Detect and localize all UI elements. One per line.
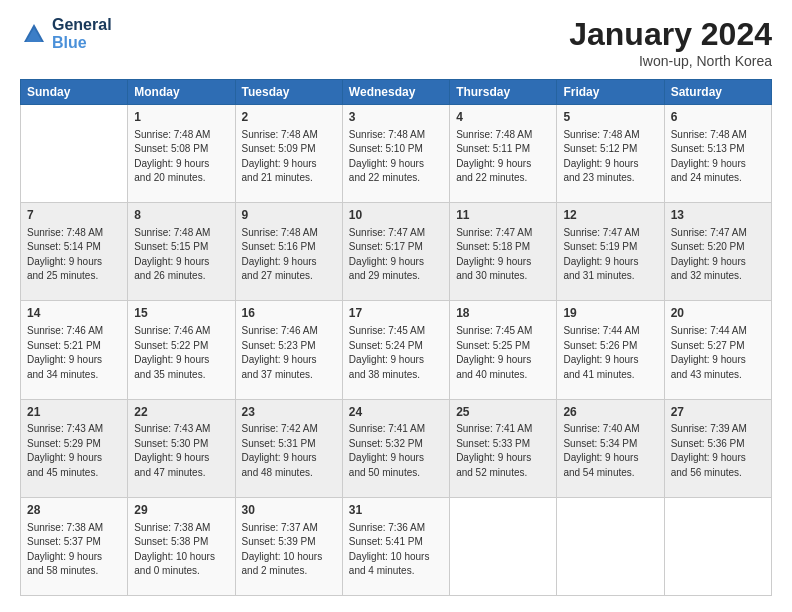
- calendar-day-cell: 12Sunrise: 7:47 AMSunset: 5:19 PMDayligh…: [557, 203, 664, 301]
- day-info: Sunrise: 7:48 AMSunset: 5:11 PMDaylight:…: [456, 128, 550, 186]
- day-number: 22: [134, 404, 228, 421]
- day-number: 27: [671, 404, 765, 421]
- day-info: Sunrise: 7:37 AMSunset: 5:39 PMDaylight:…: [242, 521, 336, 579]
- month-title: January 2024: [569, 16, 772, 53]
- calendar-day-cell: 21Sunrise: 7:43 AMSunset: 5:29 PMDayligh…: [21, 399, 128, 497]
- day-info: Sunrise: 7:47 AMSunset: 5:20 PMDaylight:…: [671, 226, 765, 284]
- day-number: 12: [563, 207, 657, 224]
- logo-icon: [20, 20, 48, 48]
- day-number: 15: [134, 305, 228, 322]
- day-number: 28: [27, 502, 121, 519]
- calendar-week-row: 14Sunrise: 7:46 AMSunset: 5:21 PMDayligh…: [21, 301, 772, 399]
- day-number: 21: [27, 404, 121, 421]
- day-info: Sunrise: 7:47 AMSunset: 5:17 PMDaylight:…: [349, 226, 443, 284]
- day-number: 16: [242, 305, 336, 322]
- day-number: 31: [349, 502, 443, 519]
- day-number: 7: [27, 207, 121, 224]
- header-monday: Monday: [128, 80, 235, 105]
- header-saturday: Saturday: [664, 80, 771, 105]
- day-number: 13: [671, 207, 765, 224]
- day-info: Sunrise: 7:45 AMSunset: 5:25 PMDaylight:…: [456, 324, 550, 382]
- day-info: Sunrise: 7:45 AMSunset: 5:24 PMDaylight:…: [349, 324, 443, 382]
- calendar-day-cell: 27Sunrise: 7:39 AMSunset: 5:36 PMDayligh…: [664, 399, 771, 497]
- calendar-day-cell: 6Sunrise: 7:48 AMSunset: 5:13 PMDaylight…: [664, 105, 771, 203]
- day-info: Sunrise: 7:38 AMSunset: 5:38 PMDaylight:…: [134, 521, 228, 579]
- header: General Blue January 2024 Iwon-up, North…: [20, 16, 772, 69]
- calendar-week-row: 1Sunrise: 7:48 AMSunset: 5:08 PMDaylight…: [21, 105, 772, 203]
- day-info: Sunrise: 7:48 AMSunset: 5:09 PMDaylight:…: [242, 128, 336, 186]
- calendar-day-cell: 30Sunrise: 7:37 AMSunset: 5:39 PMDayligh…: [235, 497, 342, 595]
- calendar-day-cell: 4Sunrise: 7:48 AMSunset: 5:11 PMDaylight…: [450, 105, 557, 203]
- day-info: Sunrise: 7:46 AMSunset: 5:23 PMDaylight:…: [242, 324, 336, 382]
- location: Iwon-up, North Korea: [569, 53, 772, 69]
- day-info: Sunrise: 7:47 AMSunset: 5:18 PMDaylight:…: [456, 226, 550, 284]
- day-number: 11: [456, 207, 550, 224]
- header-wednesday: Wednesday: [342, 80, 449, 105]
- calendar-day-cell: 28Sunrise: 7:38 AMSunset: 5:37 PMDayligh…: [21, 497, 128, 595]
- calendar-table: Sunday Monday Tuesday Wednesday Thursday…: [20, 79, 772, 596]
- calendar-day-cell: 15Sunrise: 7:46 AMSunset: 5:22 PMDayligh…: [128, 301, 235, 399]
- day-info: Sunrise: 7:47 AMSunset: 5:19 PMDaylight:…: [563, 226, 657, 284]
- header-friday: Friday: [557, 80, 664, 105]
- calendar-day-cell: 17Sunrise: 7:45 AMSunset: 5:24 PMDayligh…: [342, 301, 449, 399]
- calendar-day-cell: 7Sunrise: 7:48 AMSunset: 5:14 PMDaylight…: [21, 203, 128, 301]
- day-info: Sunrise: 7:48 AMSunset: 5:14 PMDaylight:…: [27, 226, 121, 284]
- day-number: 23: [242, 404, 336, 421]
- day-number: 8: [134, 207, 228, 224]
- day-info: Sunrise: 7:44 AMSunset: 5:26 PMDaylight:…: [563, 324, 657, 382]
- day-info: Sunrise: 7:43 AMSunset: 5:30 PMDaylight:…: [134, 422, 228, 480]
- calendar-day-cell: 26Sunrise: 7:40 AMSunset: 5:34 PMDayligh…: [557, 399, 664, 497]
- calendar-day-cell: [450, 497, 557, 595]
- day-info: Sunrise: 7:44 AMSunset: 5:27 PMDaylight:…: [671, 324, 765, 382]
- header-tuesday: Tuesday: [235, 80, 342, 105]
- day-number: 2: [242, 109, 336, 126]
- day-info: Sunrise: 7:48 AMSunset: 5:16 PMDaylight:…: [242, 226, 336, 284]
- day-number: 24: [349, 404, 443, 421]
- day-info: Sunrise: 7:46 AMSunset: 5:21 PMDaylight:…: [27, 324, 121, 382]
- title-block: January 2024 Iwon-up, North Korea: [569, 16, 772, 69]
- day-number: 18: [456, 305, 550, 322]
- calendar-day-cell: 5Sunrise: 7:48 AMSunset: 5:12 PMDaylight…: [557, 105, 664, 203]
- day-number: 4: [456, 109, 550, 126]
- calendar-week-row: 7Sunrise: 7:48 AMSunset: 5:14 PMDaylight…: [21, 203, 772, 301]
- calendar-week-row: 21Sunrise: 7:43 AMSunset: 5:29 PMDayligh…: [21, 399, 772, 497]
- day-info: Sunrise: 7:38 AMSunset: 5:37 PMDaylight:…: [27, 521, 121, 579]
- header-sunday: Sunday: [21, 80, 128, 105]
- calendar-day-cell: [664, 497, 771, 595]
- calendar-day-cell: 23Sunrise: 7:42 AMSunset: 5:31 PMDayligh…: [235, 399, 342, 497]
- day-info: Sunrise: 7:46 AMSunset: 5:22 PMDaylight:…: [134, 324, 228, 382]
- calendar-day-cell: 1Sunrise: 7:48 AMSunset: 5:08 PMDaylight…: [128, 105, 235, 203]
- day-number: 1: [134, 109, 228, 126]
- logo: General Blue: [20, 16, 112, 52]
- calendar-day-cell: 9Sunrise: 7:48 AMSunset: 5:16 PMDaylight…: [235, 203, 342, 301]
- day-info: Sunrise: 7:40 AMSunset: 5:34 PMDaylight:…: [563, 422, 657, 480]
- calendar-day-cell: 31Sunrise: 7:36 AMSunset: 5:41 PMDayligh…: [342, 497, 449, 595]
- day-info: Sunrise: 7:43 AMSunset: 5:29 PMDaylight:…: [27, 422, 121, 480]
- calendar-day-cell: [21, 105, 128, 203]
- day-info: Sunrise: 7:39 AMSunset: 5:36 PMDaylight:…: [671, 422, 765, 480]
- day-number: 5: [563, 109, 657, 126]
- logo-text: General Blue: [52, 16, 112, 52]
- calendar-day-cell: 8Sunrise: 7:48 AMSunset: 5:15 PMDaylight…: [128, 203, 235, 301]
- calendar-day-cell: 22Sunrise: 7:43 AMSunset: 5:30 PMDayligh…: [128, 399, 235, 497]
- day-number: 30: [242, 502, 336, 519]
- calendar-day-cell: 3Sunrise: 7:48 AMSunset: 5:10 PMDaylight…: [342, 105, 449, 203]
- day-number: 26: [563, 404, 657, 421]
- day-number: 17: [349, 305, 443, 322]
- calendar-day-cell: 19Sunrise: 7:44 AMSunset: 5:26 PMDayligh…: [557, 301, 664, 399]
- calendar-day-cell: 20Sunrise: 7:44 AMSunset: 5:27 PMDayligh…: [664, 301, 771, 399]
- calendar-day-cell: 10Sunrise: 7:47 AMSunset: 5:17 PMDayligh…: [342, 203, 449, 301]
- calendar-day-cell: 18Sunrise: 7:45 AMSunset: 5:25 PMDayligh…: [450, 301, 557, 399]
- day-number: 19: [563, 305, 657, 322]
- day-number: 9: [242, 207, 336, 224]
- day-info: Sunrise: 7:42 AMSunset: 5:31 PMDaylight:…: [242, 422, 336, 480]
- day-number: 25: [456, 404, 550, 421]
- day-number: 6: [671, 109, 765, 126]
- day-info: Sunrise: 7:41 AMSunset: 5:32 PMDaylight:…: [349, 422, 443, 480]
- page: General Blue January 2024 Iwon-up, North…: [0, 0, 792, 612]
- day-info: Sunrise: 7:36 AMSunset: 5:41 PMDaylight:…: [349, 521, 443, 579]
- calendar-day-cell: 16Sunrise: 7:46 AMSunset: 5:23 PMDayligh…: [235, 301, 342, 399]
- calendar-day-cell: 13Sunrise: 7:47 AMSunset: 5:20 PMDayligh…: [664, 203, 771, 301]
- day-number: 3: [349, 109, 443, 126]
- calendar-week-row: 28Sunrise: 7:38 AMSunset: 5:37 PMDayligh…: [21, 497, 772, 595]
